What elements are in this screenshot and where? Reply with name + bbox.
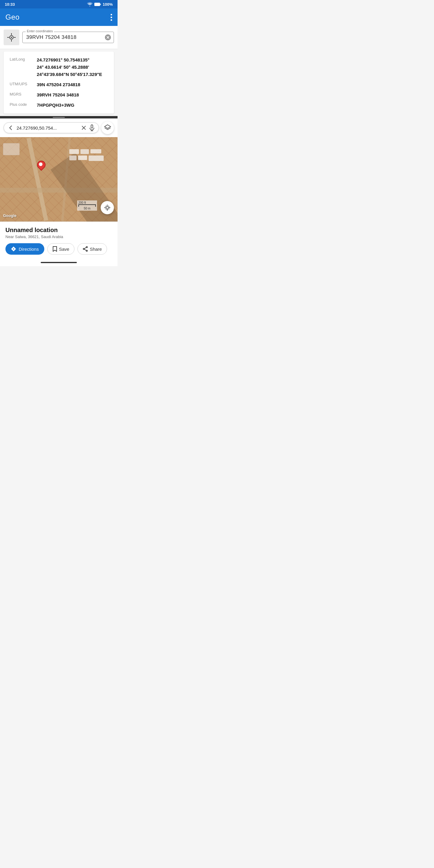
directions-button[interactable]: Directions <box>5 243 44 255</box>
svg-rect-3 <box>100 4 101 5</box>
map-terrain <box>0 137 118 221</box>
app-title: Geo <box>5 13 20 22</box>
wifi-icon <box>87 2 93 6</box>
svg-line-29 <box>84 249 86 250</box>
svg-point-26 <box>86 250 87 251</box>
share-label: Share <box>90 247 102 252</box>
svg-line-28 <box>84 247 86 249</box>
svg-point-19 <box>106 207 108 209</box>
latlong-dms-sec: 24°43'39.684"N 50°45'17.329"E <box>37 71 108 78</box>
microphone-button[interactable] <box>89 124 95 131</box>
app-bar: Geo <box>0 8 118 26</box>
mgrs-data: 39RVH 75204 34818 <box>37 91 108 98</box>
status-icons: 100% <box>87 2 113 7</box>
divider-bar <box>53 117 65 118</box>
layers-button[interactable] <box>101 121 114 134</box>
pluscode-label: Plus code <box>10 101 37 107</box>
section-divider <box>0 116 118 119</box>
layers-icon <box>104 124 111 131</box>
back-arrow-icon <box>7 124 14 131</box>
google-watermark: Google <box>3 213 17 218</box>
utm-data: 39N 475204 2734818 <box>37 81 108 88</box>
svg-point-9 <box>11 37 12 38</box>
location-name: Unnamed location <box>5 227 112 234</box>
location-address: Near Salwa, 36621, Saudi Arabia <box>5 235 112 239</box>
microphone-icon <box>89 124 95 131</box>
directions-icon <box>11 246 16 252</box>
my-location-icon <box>104 204 111 211</box>
save-label: Save <box>59 247 69 252</box>
mgrs-value: 39RVH 75204 34818 <box>37 91 108 98</box>
pluscode-data: 7HPGPQH3+3WG <box>37 101 108 109</box>
bookmark-icon <box>53 246 57 252</box>
utm-row: UTM/UPS 39N 475204 2734818 <box>10 81 108 88</box>
pluscode-row: Plus code 7HPGPQH3+3WG <box>10 101 108 109</box>
input-area: Enter coordinates 39RVH 75204 34818 <box>0 26 118 49</box>
directions-label: Directions <box>19 247 39 252</box>
coordinate-input-value[interactable]: 39RVH 75204 34818 <box>26 34 76 40</box>
map-view[interactable]: Google 200 ft 50 m <box>0 137 118 221</box>
save-button[interactable]: Save <box>47 243 74 255</box>
crosshair-icon <box>7 33 16 41</box>
svg-rect-2 <box>95 3 100 6</box>
coordinate-input-label: Enter coordinates <box>26 29 54 33</box>
latlong-label: Lat/Long <box>10 56 37 61</box>
scale-50m: 50 m <box>84 207 90 210</box>
svg-point-25 <box>86 247 87 248</box>
my-location-map-button[interactable] <box>101 201 114 214</box>
latlong-data: 24.7276901° 50.7548135° 24° 43.6614' 50°… <box>37 56 108 78</box>
battery-icon <box>94 2 101 6</box>
pluscode-value: 7HPGPQH3+3WG <box>37 101 108 109</box>
coordinates-card: Lat/Long 24.7276901° 50.7548135° 24° 43.… <box>4 52 114 114</box>
location-info-card: Unnamed location Near Salwa, 36621, Saud… <box>0 221 118 259</box>
clear-coordinate-button[interactable] <box>104 34 111 41</box>
scale-200ft: 200 ft <box>79 201 86 204</box>
latlong-dms-min: 24° 43.6614' 50° 45.2888' <box>37 64 108 71</box>
coordinate-input-wrapper: Enter coordinates 39RVH 75204 34818 <box>22 32 114 43</box>
battery-percent: 100% <box>103 2 113 7</box>
map-search-box: 24.727690,50.754... <box>4 122 99 133</box>
share-icon <box>83 246 88 252</box>
map-scale: 200 ft 50 m <box>77 200 97 211</box>
close-icon <box>81 125 87 130</box>
map-search-row: 24.727690,50.754... <box>0 119 118 137</box>
clear-search-button[interactable] <box>81 125 87 130</box>
action-buttons: Directions Save Share <box>5 243 112 255</box>
latlong-decimal: 24.7276901° 50.7548135° <box>37 56 108 64</box>
status-time: 10:33 <box>5 2 15 7</box>
gesture-indicator <box>41 262 77 263</box>
share-button[interactable]: Share <box>78 243 107 255</box>
clear-icon <box>104 34 111 41</box>
map-search-query[interactable]: 24.727690,50.754... <box>17 125 79 130</box>
svg-marker-18 <box>104 125 111 128</box>
utm-label: UTM/UPS <box>10 81 37 86</box>
svg-point-27 <box>83 248 84 250</box>
gesture-bar <box>0 259 118 266</box>
back-button[interactable] <box>7 124 14 131</box>
mgrs-row: MGRS 39RVH 75204 34818 <box>10 91 108 98</box>
status-bar: 10:33 100% <box>0 0 118 8</box>
more-options-button[interactable] <box>111 14 112 21</box>
utm-value: 39N 475204 2734818 <box>37 81 108 88</box>
mgrs-label: MGRS <box>10 91 37 96</box>
location-pin <box>37 161 45 169</box>
my-location-button[interactable] <box>4 30 19 45</box>
latlong-row: Lat/Long 24.7276901° 50.7548135° 24° 43.… <box>10 56 108 78</box>
svg-rect-15 <box>91 125 93 128</box>
